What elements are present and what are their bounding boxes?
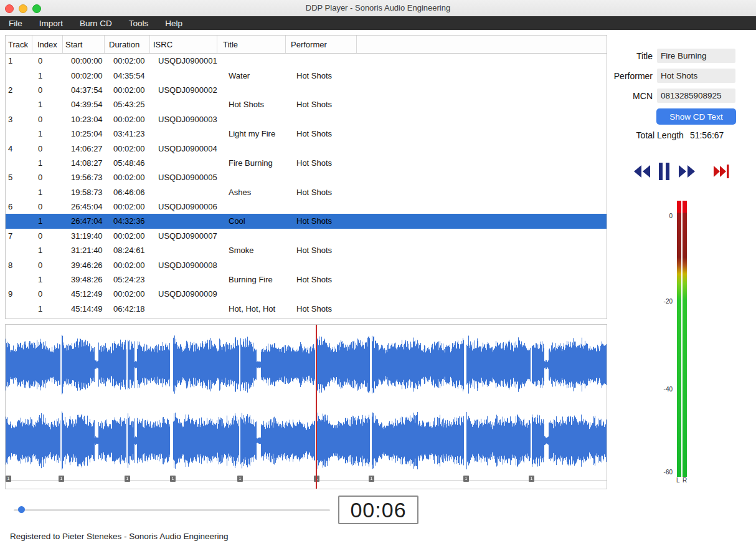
column-header-track[interactable]: Track bbox=[6, 36, 32, 53]
table-row[interactable]: 114:08:2705:48:46Fire BurningHot Shots bbox=[6, 156, 607, 170]
playhead-cursor[interactable] bbox=[316, 325, 317, 489]
table-row[interactable]: 145:14:4906:42:18Hot, Hot, HotHot Shots bbox=[6, 302, 607, 316]
table-row[interactable]: 4014:06:2700:02:00USQDJ0900004 bbox=[6, 141, 607, 155]
table-cell: 19:58:73 bbox=[63, 188, 105, 197]
table-cell: 05:48:46 bbox=[105, 158, 150, 168]
table-row[interactable]: 5019:56:7300:02:00USQDJ0900005 bbox=[6, 170, 607, 184]
performer-input[interactable] bbox=[657, 69, 735, 83]
table-cell: USQDJ0900009 bbox=[150, 289, 217, 299]
table-cell: 1 bbox=[32, 158, 63, 168]
table-cell: Hot Shots bbox=[286, 304, 357, 314]
column-header-title[interactable]: Title bbox=[217, 36, 286, 53]
table-row[interactable]: 7031:19:4000:02:00USQDJ0900007 bbox=[6, 229, 607, 243]
table-cell: 0 bbox=[32, 231, 63, 241]
table-cell: 00:00:00 bbox=[63, 56, 105, 65]
table-cell: 1 bbox=[32, 188, 63, 197]
column-header-duration[interactable]: Duration bbox=[105, 36, 150, 53]
track-table-body: 1000:00:0000:02:00USQDJ0900001100:02:000… bbox=[6, 54, 607, 316]
table-cell: 00:02:00 bbox=[105, 85, 150, 95]
column-header-performer[interactable]: Performer bbox=[286, 36, 357, 53]
table-cell: Cool bbox=[217, 216, 286, 226]
table-cell: Hot Shots bbox=[217, 100, 286, 109]
table-cell: 06:46:06 bbox=[105, 188, 150, 197]
table-cell: USQDJ0900005 bbox=[150, 173, 217, 182]
table-cell: 03:41:23 bbox=[105, 129, 150, 138]
table-cell: 00:02:00 bbox=[105, 231, 150, 241]
column-header-index[interactable]: Index bbox=[32, 36, 63, 53]
table-cell: 39:46:26 bbox=[63, 261, 105, 270]
table-row[interactable]: 8039:46:2600:02:00USQDJ0900008 bbox=[6, 257, 607, 272]
table-cell: 00:02:00 bbox=[105, 56, 150, 65]
show-cd-text-button[interactable]: Show CD Text bbox=[656, 108, 736, 125]
table-cell: Hot, Hot, Hot bbox=[217, 304, 286, 314]
table-cell: 31:21:40 bbox=[63, 246, 105, 255]
rewind-icon bbox=[633, 165, 651, 178]
table-row[interactable]: 119:58:7306:46:06AshesHot Shots bbox=[6, 185, 607, 199]
table-cell: USQDJ0900008 bbox=[150, 261, 217, 270]
table-cell: 1 bbox=[32, 71, 63, 80]
table-cell: USQDJ0900002 bbox=[150, 85, 217, 95]
waveform-panel[interactable]: 111111111 bbox=[5, 324, 607, 489]
table-row[interactable]: 3010:23:0400:02:00USQDJ0900003 bbox=[6, 112, 607, 127]
table-row[interactable]: 6026:45:0400:02:00USQDJ0900006 bbox=[6, 199, 607, 214]
meter-channel-left-label: L bbox=[676, 477, 680, 484]
waveform-canvas[interactable] bbox=[6, 325, 607, 489]
table-cell: 19:56:73 bbox=[63, 173, 105, 182]
table-row[interactable]: 2004:37:5400:02:00USQDJ0900002 bbox=[6, 83, 607, 97]
titlebar: DDP Player - Sonoris Audio Engineering bbox=[0, 0, 756, 16]
title-label: Title bbox=[585, 51, 653, 61]
title-input[interactable] bbox=[657, 49, 735, 63]
slider-thumb[interactable] bbox=[18, 506, 25, 513]
table-cell: 6 bbox=[6, 202, 32, 211]
skip-to-marker-button[interactable] bbox=[712, 163, 730, 180]
table-row[interactable]: 110:25:0403:41:23Light my FireHot Shots bbox=[6, 127, 607, 141]
index-marker: 1 bbox=[237, 476, 243, 482]
table-cell: 0 bbox=[32, 289, 63, 299]
table-row[interactable]: 9045:12:4900:02:00USQDJ0900009 bbox=[6, 287, 607, 301]
table-cell: 00:02:00 bbox=[105, 173, 150, 182]
table-cell: 1 bbox=[32, 275, 63, 284]
table-cell: Water bbox=[217, 71, 286, 80]
table-row[interactable]: 126:47:0404:32:36CoolHot Shots bbox=[6, 214, 607, 228]
table-cell: 4 bbox=[6, 144, 32, 153]
rewind-button[interactable] bbox=[633, 165, 651, 178]
column-header-isrc[interactable]: ISRC bbox=[150, 36, 217, 53]
pause-button[interactable] bbox=[659, 163, 669, 180]
meter-scale-20: -20 bbox=[658, 298, 673, 305]
menu-item-tools[interactable]: Tools bbox=[129, 19, 149, 28]
mcn-input[interactable] bbox=[657, 89, 735, 103]
table-cell: 00:02:00 bbox=[105, 115, 150, 124]
table-cell: 26:47:04 bbox=[63, 216, 105, 226]
menu-item-burn-cd[interactable]: Burn CD bbox=[80, 19, 112, 28]
table-cell: 7 bbox=[6, 231, 32, 241]
table-cell: Hot Shots bbox=[286, 275, 357, 284]
table-cell: USQDJ0900003 bbox=[150, 115, 217, 124]
table-cell: 39:48:26 bbox=[63, 275, 105, 284]
table-row[interactable]: 131:21:4008:24:61SmokeHot Shots bbox=[6, 243, 607, 257]
fast-forward-button[interactable] bbox=[678, 165, 696, 178]
table-row[interactable]: 139:48:2605:24:23Burning FireHot Shots bbox=[6, 272, 607, 287]
table-cell: 0 bbox=[32, 56, 63, 65]
meter-channel-right-label: R bbox=[683, 477, 687, 484]
skip-to-marker-icon bbox=[712, 163, 730, 180]
index-marker: 1 bbox=[463, 476, 469, 482]
column-header-start[interactable]: Start bbox=[63, 36, 105, 53]
table-cell: Smoke bbox=[217, 246, 286, 255]
table-row[interactable]: 1000:00:0000:02:00USQDJ0900001 bbox=[6, 54, 607, 68]
table-cell: 10:23:04 bbox=[63, 115, 105, 124]
table-row[interactable]: 100:02:0004:35:54WaterHot Shots bbox=[6, 68, 607, 82]
table-cell: 04:32:36 bbox=[105, 216, 150, 226]
slider-track[interactable] bbox=[14, 509, 330, 511]
table-cell: Hot Shots bbox=[286, 246, 357, 255]
menu-item-import[interactable]: Import bbox=[39, 19, 63, 28]
app-window: DDP Player - Sonoris Audio Engineering F… bbox=[0, 0, 756, 546]
table-cell: 0 bbox=[32, 261, 63, 270]
position-slider[interactable] bbox=[14, 504, 330, 516]
level-meter-right bbox=[683, 201, 687, 477]
menu-item-file[interactable]: File bbox=[9, 19, 22, 28]
table-cell: 26:45:04 bbox=[63, 202, 105, 211]
menu-item-help[interactable]: Help bbox=[165, 19, 182, 28]
column-header-filler bbox=[357, 36, 607, 53]
table-cell: 1 bbox=[32, 304, 63, 314]
table-row[interactable]: 104:39:5405:43:25Hot ShotsHot Shots bbox=[6, 97, 607, 112]
